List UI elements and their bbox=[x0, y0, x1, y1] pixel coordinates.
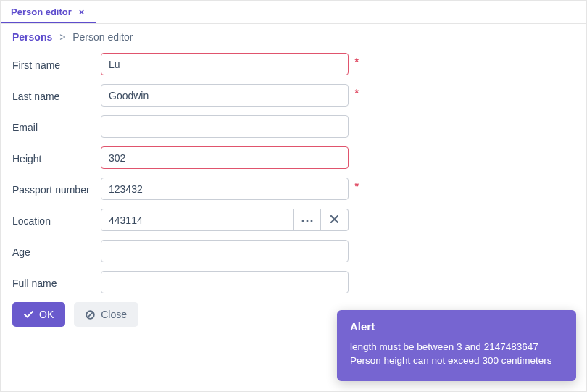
ban-icon bbox=[86, 310, 95, 320]
height-field[interactable] bbox=[101, 146, 349, 169]
breadcrumb-current: Person editor bbox=[72, 31, 133, 43]
alert-title: Alert bbox=[350, 320, 563, 333]
age-field[interactable] bbox=[101, 240, 349, 262]
close-icon[interactable]: × bbox=[78, 7, 86, 17]
row-height: Height bbox=[12, 146, 575, 169]
label-email: Email bbox=[12, 120, 101, 133]
control-age bbox=[101, 240, 349, 262]
label-height: Height bbox=[12, 151, 101, 164]
row-last-name: Last name * bbox=[12, 84, 575, 107]
row-email: Email bbox=[12, 115, 575, 138]
label-location: Location bbox=[12, 214, 101, 227]
tab-person-editor[interactable]: Person editor × bbox=[1, 1, 96, 23]
location-field[interactable] bbox=[101, 209, 294, 231]
tab-bar: Person editor × bbox=[1, 1, 586, 24]
control-last-name: * bbox=[101, 84, 349, 107]
alert-line-2: Person height can not exceed 300 centime… bbox=[350, 354, 563, 368]
control-first-name: * bbox=[101, 53, 349, 75]
alert-toast: Alert length must be between 3 and 21474… bbox=[337, 310, 576, 381]
label-full-name: Full name bbox=[12, 276, 101, 289]
form: First name * Last name * Email Height Pa… bbox=[1, 53, 586, 293]
row-full-name: Full name bbox=[12, 271, 575, 293]
row-location: Location ⋯ bbox=[12, 209, 575, 231]
required-asterisk-icon: * bbox=[355, 56, 359, 67]
control-passport: * bbox=[101, 178, 349, 200]
control-email bbox=[101, 115, 349, 138]
last-name-field[interactable] bbox=[101, 84, 349, 107]
alert-body: length must be between 3 and 2147483647 … bbox=[350, 340, 563, 368]
close-button-label: Close bbox=[101, 309, 127, 320]
breadcrumb-persons-link[interactable]: Persons bbox=[12, 31, 52, 43]
email-field[interactable] bbox=[101, 115, 349, 138]
control-full-name bbox=[101, 271, 349, 293]
check-icon bbox=[24, 311, 33, 318]
required-asterisk-icon: * bbox=[355, 87, 359, 99]
label-last-name: Last name bbox=[12, 89, 101, 102]
svg-line-1 bbox=[88, 312, 93, 317]
tab-label: Person editor bbox=[11, 7, 72, 17]
alert-line-1: length must be between 3 and 2147483647 bbox=[350, 340, 563, 354]
clear-icon bbox=[330, 215, 338, 225]
row-first-name: First name * bbox=[12, 53, 575, 75]
close-button[interactable]: Close bbox=[74, 302, 138, 327]
control-height bbox=[101, 146, 349, 169]
row-passport: Passport number * bbox=[12, 178, 575, 200]
control-location: ⋯ bbox=[101, 209, 349, 231]
breadcrumb: Persons > Person editor bbox=[1, 24, 586, 53]
label-passport: Passport number bbox=[12, 183, 101, 196]
required-asterisk-icon: * bbox=[355, 180, 359, 192]
ok-button-label: OK bbox=[39, 309, 54, 320]
passport-number-field[interactable] bbox=[101, 178, 349, 200]
label-first-name: First name bbox=[12, 58, 101, 71]
location-clear-button[interactable] bbox=[321, 209, 349, 231]
full-name-field[interactable] bbox=[101, 271, 349, 293]
ok-button[interactable]: OK bbox=[12, 302, 65, 327]
label-age: Age bbox=[12, 245, 101, 258]
breadcrumb-separator: > bbox=[59, 31, 65, 43]
row-age: Age bbox=[12, 240, 575, 262]
location-lookup-button[interactable]: ⋯ bbox=[294, 209, 321, 231]
first-name-field[interactable] bbox=[101, 53, 349, 75]
